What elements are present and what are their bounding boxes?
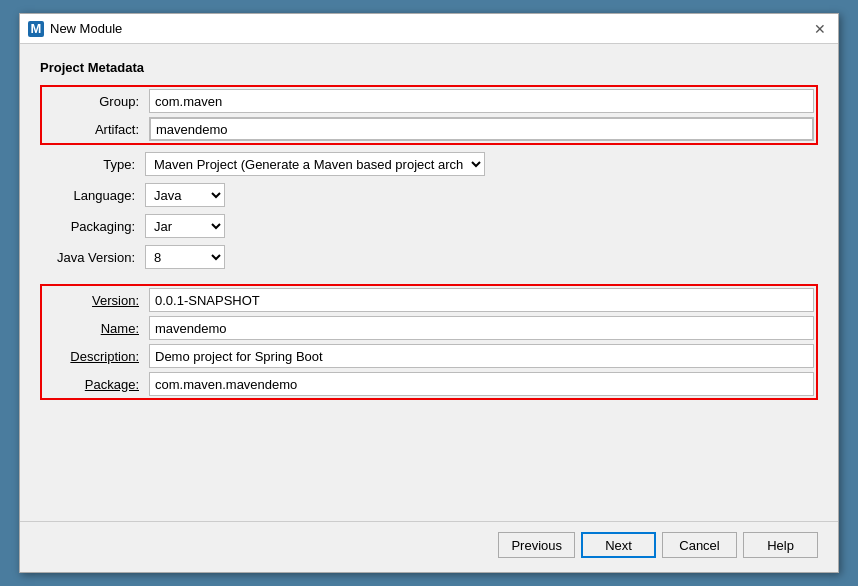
version-input[interactable] — [149, 288, 814, 312]
group-row: Group: — [44, 89, 814, 113]
packaging-label: Packaging: — [40, 219, 145, 234]
language-row: Language: Java — [40, 183, 818, 207]
artifact-input[interactable] — [149, 117, 814, 141]
cancel-button[interactable]: Cancel — [662, 532, 737, 558]
title-bar: M New Module ✕ — [20, 14, 838, 44]
packaging-row: Packaging: Jar — [40, 214, 818, 238]
name-input[interactable] — [149, 316, 814, 340]
group-artifact-inner: Group: Artifact: — [44, 89, 814, 141]
java-version-label: Java Version: — [40, 250, 145, 265]
name-label[interactable]: Name: — [44, 321, 149, 336]
title-bar-left: M New Module — [28, 21, 122, 37]
new-module-dialog: M New Module ✕ Project Metadata Group: A… — [19, 13, 839, 573]
java-version-select[interactable]: 8 — [145, 245, 225, 269]
description-label[interactable]: Description: — [44, 349, 149, 364]
name-row: Name: — [44, 316, 814, 340]
dialog-footer: Previous Next Cancel Help — [20, 521, 838, 572]
language-select[interactable]: Java — [145, 183, 225, 207]
artifact-row: Artifact: — [44, 117, 814, 141]
package-label[interactable]: Package: — [44, 377, 149, 392]
previous-button[interactable]: Previous — [498, 532, 575, 558]
dialog-icon: M — [28, 21, 44, 37]
group-artifact-box: Group: Artifact: — [40, 85, 818, 145]
language-label: Language: — [40, 188, 145, 203]
package-input[interactable] — [149, 372, 814, 396]
package-row: Package: — [44, 372, 814, 396]
version-info-inner: Version: Name: Description: Package: — [44, 288, 814, 396]
version-info-box: Version: Name: Description: Package: — [40, 284, 818, 400]
version-row: Version: — [44, 288, 814, 312]
dialog-title: New Module — [50, 21, 122, 36]
version-label[interactable]: Version: — [44, 293, 149, 308]
packaging-select[interactable]: Jar — [145, 214, 225, 238]
artifact-label: Artifact: — [44, 122, 149, 137]
help-button[interactable]: Help — [743, 532, 818, 558]
java-version-row: Java Version: 8 — [40, 245, 818, 269]
next-button[interactable]: Next — [581, 532, 656, 558]
group-label: Group: — [44, 94, 149, 109]
dialog-content: Project Metadata Group: Artifact: Type: … — [20, 44, 838, 521]
type-select[interactable]: Maven Project (Generate a Maven based pr… — [145, 152, 485, 176]
type-label: Type: — [40, 157, 145, 172]
description-input[interactable] — [149, 344, 814, 368]
section-title: Project Metadata — [40, 60, 818, 75]
group-input[interactable] — [149, 89, 814, 113]
type-row: Type: Maven Project (Generate a Maven ba… — [40, 152, 818, 176]
close-button[interactable]: ✕ — [810, 19, 830, 39]
description-row: Description: — [44, 344, 814, 368]
